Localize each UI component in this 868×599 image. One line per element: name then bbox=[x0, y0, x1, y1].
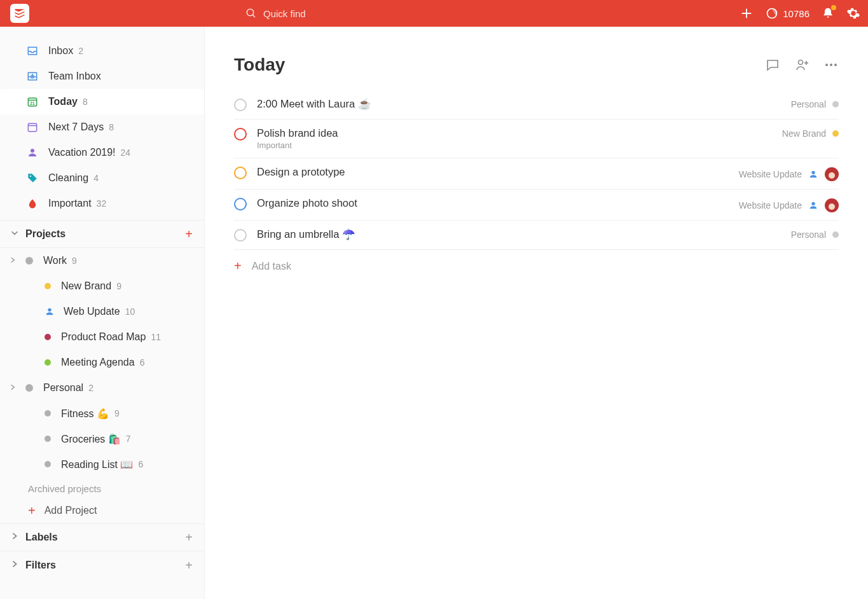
sidebar-label: Cleaning bbox=[48, 172, 88, 184]
project-item-fitness[interactable]: Fitness 💪 9 bbox=[0, 401, 204, 426]
add-project-plus-icon[interactable]: + bbox=[185, 227, 193, 242]
add-project-button[interactable]: + Add Project bbox=[0, 498, 204, 523]
more-icon[interactable] bbox=[823, 57, 839, 72]
svg-point-19 bbox=[825, 64, 828, 66]
svg-point-16 bbox=[799, 60, 803, 65]
chevron-right-icon[interactable] bbox=[9, 255, 17, 266]
project-label: Reading List 📖 bbox=[61, 458, 133, 471]
page-title: Today bbox=[234, 55, 285, 75]
team-inbox-icon bbox=[25, 69, 39, 83]
chevron-right-icon[interactable] bbox=[9, 382, 17, 394]
project-count: 2 bbox=[88, 383, 93, 393]
add-label-plus-icon[interactable]: + bbox=[185, 530, 193, 545]
add-task-label: Add task bbox=[252, 261, 291, 272]
karma-count: 10786 bbox=[783, 8, 809, 19]
project-item-work[interactable]: Work 9 bbox=[0, 248, 204, 273]
add-filter-plus-icon[interactable]: + bbox=[185, 558, 193, 573]
task-body: Polish brand ideaImportant bbox=[257, 127, 775, 150]
project-label: Groceries 🛍️ bbox=[61, 433, 121, 445]
task-meta: Personal bbox=[791, 230, 839, 240]
project-item-new-brand[interactable]: New Brand 9 bbox=[0, 273, 204, 299]
sidebar-item-cleaning[interactable]: Cleaning 4 bbox=[0, 165, 204, 191]
project-count: 6 bbox=[138, 459, 143, 469]
sidebar-item-today[interactable]: 21 Today 8 bbox=[0, 89, 204, 114]
task-checkbox[interactable] bbox=[234, 229, 247, 242]
project-label: Product Road Map bbox=[61, 331, 146, 343]
drop-icon bbox=[25, 196, 39, 210]
task-row[interactable]: Bring an umbrella ☂️Personal bbox=[234, 221, 839, 250]
project-item-groceries[interactable]: Groceries 🛍️ 7 bbox=[0, 426, 204, 451]
task-row[interactable]: Design a prototypeWebsite Update bbox=[234, 158, 839, 189]
header-actions: 10786 bbox=[740, 6, 860, 20]
sidebar-item-next7[interactable]: Next 7 Days 8 bbox=[0, 114, 204, 140]
sidebar-label: Next 7 Days bbox=[48, 121, 104, 133]
sidebar-item-team-inbox[interactable]: Team Inbox bbox=[0, 64, 204, 89]
settings-icon[interactable] bbox=[846, 6, 860, 20]
plus-icon: + bbox=[234, 259, 242, 273]
chevron-down-icon bbox=[10, 228, 20, 240]
task-row[interactable]: Organize photo shootWebsite Update bbox=[234, 189, 839, 221]
project-color-dot bbox=[45, 334, 51, 340]
sidebar-label: Vacation 2019! bbox=[48, 147, 116, 158]
task-meta: Personal bbox=[791, 99, 839, 109]
add-task-icon[interactable] bbox=[740, 6, 754, 20]
assignee-avatar[interactable] bbox=[825, 198, 839, 212]
sidebar-count: 4 bbox=[93, 173, 99, 183]
sidebar-label: Inbox bbox=[48, 45, 73, 57]
sidebar-label: Important bbox=[48, 198, 92, 209]
project-color-dot bbox=[45, 359, 51, 366]
project-label: Meeting Agenda bbox=[61, 357, 135, 368]
person-icon bbox=[808, 200, 818, 210]
project-color-dot bbox=[25, 257, 33, 265]
quick-find[interactable]: Quick find bbox=[245, 8, 306, 19]
sidebar-item-important[interactable]: Important 32 bbox=[0, 191, 204, 216]
labels-header[interactable]: Labels + bbox=[0, 523, 204, 551]
app-logo[interactable] bbox=[10, 4, 29, 23]
projects-header[interactable]: Projects + bbox=[0, 220, 204, 248]
assignee-avatar[interactable] bbox=[825, 167, 839, 181]
archived-projects-link[interactable]: Archived projects bbox=[0, 477, 204, 498]
task-project-label: Website Update bbox=[739, 169, 802, 179]
project-color-dot bbox=[832, 130, 839, 137]
karma-indicator[interactable]: 10786 bbox=[765, 6, 809, 20]
task-title: Bring an umbrella ☂️ bbox=[257, 228, 783, 240]
task-row[interactable]: 2:00 Meet with Laura ☕Personal bbox=[234, 90, 839, 120]
project-item-reading[interactable]: Reading List 📖 6 bbox=[0, 451, 204, 477]
project-item-web-update[interactable]: Web Update 10 bbox=[0, 299, 204, 324]
project-color-dot bbox=[25, 384, 33, 392]
task-checkbox[interactable] bbox=[234, 198, 247, 210]
sidebar-count: 2 bbox=[78, 46, 83, 56]
svg-line-1 bbox=[252, 15, 255, 17]
project-item-personal[interactable]: Personal 2 bbox=[0, 375, 204, 401]
notifications-icon[interactable] bbox=[821, 6, 835, 20]
project-item-meeting[interactable]: Meeting Agenda 6 bbox=[0, 350, 204, 375]
project-color-dot bbox=[832, 101, 839, 107]
task-project-label: Personal bbox=[791, 99, 826, 109]
sidebar-count: 8 bbox=[109, 122, 114, 132]
add-project-label: Add Project bbox=[45, 505, 97, 516]
view-header: Today bbox=[234, 55, 839, 75]
project-item-roadmap[interactable]: Product Road Map 11 bbox=[0, 324, 204, 350]
filters-header[interactable]: Filters + bbox=[0, 551, 204, 579]
add-task-button[interactable]: + Add task bbox=[234, 250, 839, 273]
project-color-dot bbox=[45, 436, 51, 442]
search-icon bbox=[245, 8, 257, 19]
svg-point-22 bbox=[811, 171, 815, 174]
section-label: Projects bbox=[25, 228, 65, 240]
task-row[interactable]: Polish brand ideaImportantNew Brand bbox=[234, 120, 839, 158]
svg-point-13 bbox=[31, 149, 34, 153]
task-meta: Website Update bbox=[739, 198, 839, 212]
sidebar-item-vacation[interactable]: Vacation 2019! 24 bbox=[0, 140, 204, 165]
sidebar-item-inbox[interactable]: Inbox 2 bbox=[0, 38, 204, 64]
view-actions bbox=[765, 57, 839, 72]
share-icon[interactable] bbox=[794, 57, 809, 72]
task-checkbox[interactable] bbox=[234, 167, 247, 179]
project-label: New Brand bbox=[61, 280, 111, 292]
svg-point-15 bbox=[48, 308, 51, 312]
task-checkbox[interactable] bbox=[234, 128, 247, 141]
task-checkbox[interactable] bbox=[234, 99, 247, 111]
task-title: 2:00 Meet with Laura ☕ bbox=[257, 98, 783, 110]
comments-icon[interactable] bbox=[765, 57, 780, 72]
svg-point-21 bbox=[834, 64, 837, 66]
chevron-right-icon bbox=[10, 560, 20, 571]
